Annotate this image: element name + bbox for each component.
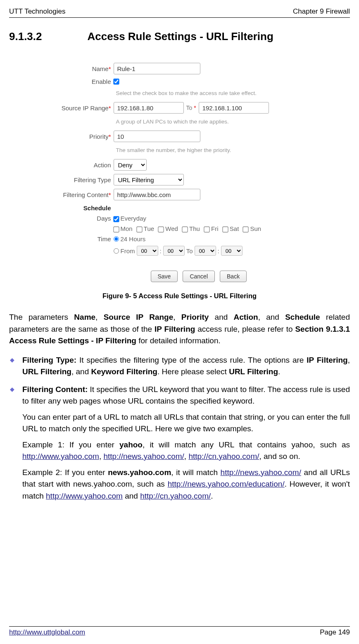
fcontent-label: Filtering Content — [63, 191, 109, 198]
srcip-from-input[interactable] — [114, 102, 184, 114]
header-left: UTT Technologies — [9, 7, 65, 16]
everyday-checkbox[interactable] — [113, 216, 119, 222]
bullet-filtering-type: Filtering Type: It specifies the filteri… — [9, 354, 350, 378]
link-news-yahoo[interactable]: http://news.yahoo.com/ — [103, 452, 184, 461]
sat-checkbox[interactable] — [222, 226, 228, 232]
time-from-m[interactable]: 00 — [163, 246, 185, 256]
time-24-text: 24 Hours — [121, 235, 146, 242]
wed-checkbox[interactable] — [158, 226, 164, 232]
time-to-text: To — [186, 247, 193, 254]
link-news-yahoo-2[interactable]: http://news.yahoo.com/ — [221, 468, 301, 477]
header-right: Chapter 9 Firewall — [293, 7, 350, 16]
fri-checkbox[interactable] — [204, 226, 209, 232]
enable-hint: Select the check box to make the access … — [48, 88, 312, 102]
priority-input[interactable] — [114, 131, 200, 142]
time-from-radio[interactable] — [114, 248, 119, 254]
section-number: 9.1.3.2 — [9, 30, 42, 43]
link-yahoo[interactable]: http://www.yahoo.com — [22, 452, 99, 461]
days-label: Days — [97, 215, 111, 222]
to-label: To — [186, 105, 193, 111]
intro-paragraph: The parameters Name, Source IP Range, Pr… — [9, 311, 350, 347]
ftype-select[interactable]: URL Filtering — [114, 174, 184, 185]
bullet-filtering-content: Filtering Content: It specifies the URL … — [9, 384, 350, 502]
priority-hint: The smaller the number, the higher the p… — [48, 145, 312, 159]
cancel-button[interactable]: Cancel — [183, 271, 215, 282]
everyday-text: Everyday — [121, 215, 147, 222]
settings-form: Name* Enable Select the check box to mak… — [48, 63, 312, 286]
time-from-h[interactable]: 00 — [137, 246, 158, 256]
tue-checkbox[interactable] — [136, 226, 142, 232]
enable-label: Enable — [92, 78, 111, 85]
srcip-hint: A group of LAN PCs to which the rule app… — [48, 117, 312, 131]
priority-label: Priority — [89, 133, 109, 140]
srcip-label: Source IP Range — [62, 105, 109, 112]
save-button[interactable]: Save — [151, 271, 178, 282]
thu-checkbox[interactable] — [182, 226, 188, 232]
time-to-m[interactable]: 00 — [221, 246, 243, 256]
back-button[interactable]: Back — [220, 271, 247, 282]
ftype-label: Filtering Type — [74, 176, 111, 183]
link-cn-yahoo-2[interactable]: http://cn.yahoo.com/ — [140, 492, 211, 500]
figure-caption: Figure 9- 5 Access Rule Settings - URL F… — [9, 292, 350, 300]
mon-checkbox[interactable] — [113, 226, 119, 232]
fcontent-input[interactable] — [114, 189, 200, 200]
srcip-to-input[interactable] — [199, 102, 269, 114]
action-label: Action — [94, 162, 111, 169]
sun-checkbox[interactable] — [243, 226, 249, 232]
time-24-radio[interactable] — [114, 236, 119, 242]
section-title: Access Rule Settings - URL Filtering — [88, 30, 273, 43]
footer-url[interactable]: http://www.uttglobal.com — [9, 628, 85, 637]
name-label: Name — [92, 65, 109, 72]
link-cn-yahoo[interactable]: http://cn.yahoo.com/ — [188, 452, 259, 461]
link-www-yahoo[interactable]: http://www.yahoo.com — [46, 492, 123, 500]
time-label: Time — [97, 235, 111, 242]
action-select[interactable]: Deny — [114, 159, 147, 171]
time-from-text: From — [121, 247, 135, 254]
footer-page: Page 149 — [320, 628, 350, 637]
link-news-yahoo-edu[interactable]: http://news.yahoo.com/education/ — [168, 480, 285, 488]
time-to-h[interactable]: 00 — [195, 246, 216, 256]
name-input[interactable] — [114, 63, 200, 74]
schedule-label: Schedule — [83, 204, 111, 211]
enable-checkbox[interactable] — [113, 79, 119, 85]
